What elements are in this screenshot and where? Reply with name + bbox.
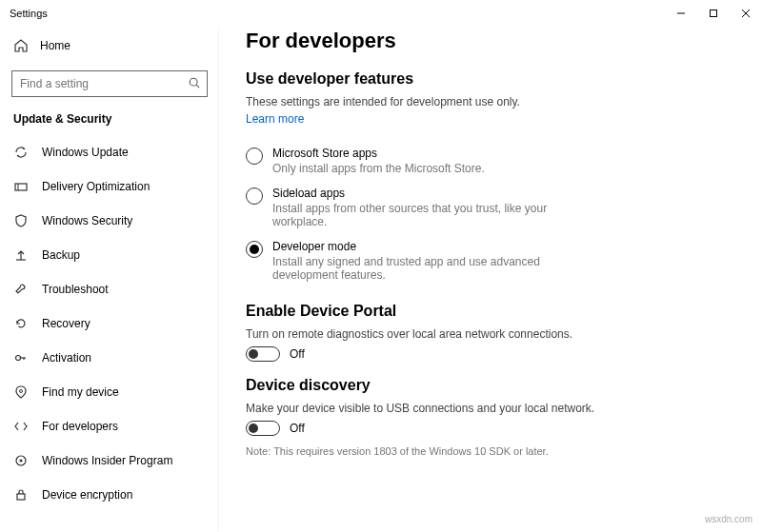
sidebar-item-label: For developers <box>42 420 118 433</box>
section-heading-dev-features: Use developer features <box>246 70 735 88</box>
device-portal-toggle[interactable] <box>246 346 280 362</box>
svg-line-5 <box>196 85 199 88</box>
radio-desc: Install apps from other sources that you… <box>272 202 587 228</box>
sidebar-item-label: Find my device <box>42 385 119 399</box>
sidebar-item-backup[interactable]: Backup <box>0 238 219 272</box>
svg-point-12 <box>20 390 23 393</box>
delivery-icon <box>13 179 29 194</box>
dev-mode-radio-group: Microsoft Store apps Only install apps f… <box>246 141 735 287</box>
close-button[interactable] <box>730 0 762 27</box>
device-discovery-toggle-label: Off <box>290 422 305 435</box>
insider-icon <box>13 453 29 468</box>
svg-rect-1 <box>711 10 717 17</box>
sidebar-item-find-my-device[interactable]: Find my device <box>0 375 219 409</box>
sync-icon <box>13 145 29 160</box>
titlebar: Settings <box>0 0 762 27</box>
radio-developer-mode[interactable]: Developer mode Install any signed and tr… <box>246 234 735 287</box>
dev-features-intro: These settings are intended for developm… <box>246 95 735 108</box>
sidebar-item-label: Device encryption <box>42 488 132 502</box>
sidebar-item-windows-update[interactable]: Windows Update <box>0 135 219 169</box>
watermark: wsxdn.com <box>705 514 752 524</box>
svg-point-14 <box>20 460 23 463</box>
learn-more-link[interactable]: Learn more <box>246 112 304 126</box>
sidebar-item-label: Activation <box>42 351 91 365</box>
svg-rect-6 <box>15 184 27 190</box>
sidebar-item-insider-program[interactable]: Windows Insider Program <box>0 443 219 478</box>
radio-button-icon <box>246 148 263 165</box>
radio-desc: Only install apps from the Microsoft Sto… <box>272 162 485 175</box>
key-icon <box>13 350 29 365</box>
sidebar-item-label: Recovery <box>42 317 90 330</box>
minimize-button[interactable] <box>665 0 697 27</box>
sidebar-item-device-encryption[interactable]: Device encryption <box>0 478 219 512</box>
radio-label: Developer mode <box>272 240 587 253</box>
svg-point-4 <box>190 78 197 86</box>
home-button[interactable]: Home <box>0 30 219 61</box>
category-label: Update & Security <box>0 107 219 135</box>
window-title: Settings <box>10 8 48 19</box>
radio-microsoft-store-apps[interactable]: Microsoft Store apps Only install apps f… <box>246 141 735 181</box>
radio-label: Microsoft Store apps <box>272 147 485 160</box>
section-heading-device-discovery: Device discovery <box>246 377 735 394</box>
home-label: Home <box>40 39 70 52</box>
radio-button-icon <box>246 241 263 258</box>
content-pane: For developers Use developer features Th… <box>219 27 762 532</box>
radio-desc: Install any signed and trusted app and u… <box>272 255 587 282</box>
sidebar: Home Update & Security Windows Update De… <box>0 27 219 532</box>
lock-icon <box>13 487 29 502</box>
sidebar-item-label: Windows Security <box>42 214 132 227</box>
search-input[interactable] <box>11 70 208 97</box>
sidebar-item-recovery[interactable]: Recovery <box>0 306 219 341</box>
device-discovery-desc: Make your device visible to USB connecti… <box>246 402 735 415</box>
sidebar-item-windows-security[interactable]: Windows Security <box>0 204 219 238</box>
device-portal-toggle-label: Off <box>290 347 305 361</box>
sidebar-item-label: Windows Insider Program <box>42 454 172 467</box>
sidebar-item-activation[interactable]: Activation <box>0 341 219 375</box>
wrench-icon <box>13 282 29 297</box>
sidebar-item-troubleshoot[interactable]: Troubleshoot <box>0 272 219 306</box>
device-discovery-note: Note: This requires version 1803 of the … <box>246 445 735 457</box>
sidebar-item-label: Troubleshoot <box>42 283 109 296</box>
radio-label: Sideload apps <box>272 187 587 200</box>
sidebar-item-label: Delivery Optimization <box>42 180 150 193</box>
search-icon <box>188 76 201 92</box>
svg-point-9 <box>16 356 21 361</box>
backup-icon <box>13 247 29 263</box>
sidebar-item-label: Windows Update <box>42 146 129 159</box>
radio-button-icon <box>246 187 263 205</box>
maximize-button[interactable] <box>697 0 730 27</box>
home-icon <box>13 38 29 53</box>
sidebar-item-delivery-optimization[interactable]: Delivery Optimization <box>0 169 219 204</box>
code-icon <box>13 419 29 434</box>
radio-sideload-apps[interactable]: Sideload apps Install apps from other so… <box>246 181 735 234</box>
sidebar-item-label: Backup <box>42 248 80 262</box>
section-heading-device-portal: Enable Device Portal <box>246 303 735 320</box>
shield-icon <box>13 213 29 228</box>
search-field[interactable] <box>20 77 188 90</box>
device-portal-desc: Turn on remote diagnostics over local ar… <box>246 327 735 341</box>
page-title: For developers <box>246 29 735 53</box>
svg-rect-15 <box>17 494 25 500</box>
location-icon <box>13 384 29 400</box>
nav-list: Windows Update Delivery Optimization Win… <box>0 135 219 512</box>
recovery-icon <box>13 316 29 331</box>
device-discovery-toggle[interactable] <box>246 421 280 436</box>
sidebar-item-for-developers[interactable]: For developers <box>0 409 219 443</box>
window-controls <box>665 0 762 27</box>
